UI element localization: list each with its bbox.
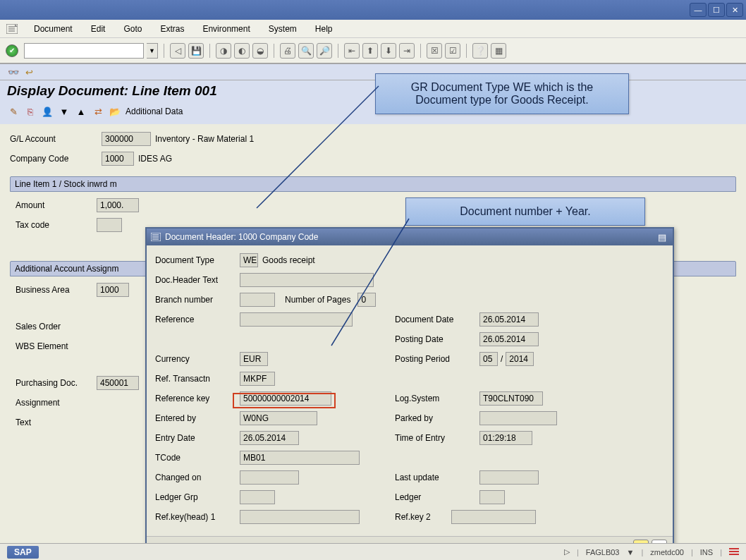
enter-button[interactable]: ✔: [6, 44, 18, 57]
busarea-label: Business Area: [16, 285, 97, 295]
amount-label: Amount: [16, 200, 97, 210]
additional-data-link[interactable]: Additional Data: [126, 106, 183, 116]
status-ins: INS: [700, 548, 713, 556]
changedon-field[interactable]: [240, 470, 299, 485]
pages-label: Number of Pages: [285, 295, 350, 305]
collapse-icon[interactable]: ▼: [58, 105, 71, 118]
lastupdate-field[interactable]: [479, 470, 539, 485]
pages-field[interactable]: 0: [357, 293, 376, 307]
exit-icon[interactable]: ◐: [234, 43, 250, 59]
branch-field[interactable]: [240, 293, 275, 307]
salesorder-label: Sales Order: [16, 322, 97, 331]
logsys-label: Log.System: [395, 394, 479, 403]
company-code-field[interactable]: 1000: [102, 152, 134, 166]
sap-menu-icon[interactable]: [6, 23, 18, 35]
page-header: Display Document: Line Item 001 ✎ ⎘ 👤 ▼ …: [0, 80, 746, 124]
menu-help[interactable]: Help: [307, 22, 341, 36]
wbs-label: WBS Element: [16, 341, 97, 351]
status-tcode: FAGLB03: [586, 548, 620, 556]
prev-page-icon[interactable]: ⬆: [362, 43, 378, 59]
layout-icon[interactable]: ▦: [491, 43, 506, 59]
find-icon[interactable]: 🔍: [298, 43, 314, 59]
additional-data-icon[interactable]: 📂: [109, 105, 121, 118]
save-icon[interactable]: 💾: [188, 43, 204, 59]
entrydate-field[interactable]: 26.05.2014: [240, 431, 299, 445]
menu-goto[interactable]: Goto: [115, 22, 150, 36]
taxcode-field[interactable]: [97, 218, 122, 232]
enteredby-field[interactable]: W0NG: [240, 411, 317, 425]
status-arrow-icon[interactable]: ▷: [564, 547, 570, 556]
command-field[interactable]: [24, 43, 144, 59]
separator: [164, 44, 164, 58]
shortcut-icon[interactable]: ☑: [445, 43, 460, 59]
menu-document[interactable]: Document: [25, 22, 81, 36]
postperiod-y-field[interactable]: 2014: [506, 352, 534, 366]
expand-icon[interactable]: ▲: [75, 105, 87, 118]
app-toolbar: ✔ ▼ ◁ 💾 ◑ ◐ ◒ 🖨 🔍 🔎 ⇤ ⬆ ⬇ ⇥ ☒ ☑ ❔ ▦: [0, 38, 746, 63]
back-icon[interactable]: ◁: [170, 43, 185, 59]
find-next-icon[interactable]: 🔎: [317, 43, 332, 59]
purchdoc-label: Purchasing Doc.: [16, 378, 97, 388]
refkey1-field[interactable]: [240, 510, 360, 524]
dialog-titlebar[interactable]: Document Header: 1000 Company Code ▤: [147, 229, 673, 245]
print-icon[interactable]: 🖨: [280, 43, 295, 59]
refkey2-field[interactable]: [451, 510, 536, 524]
gl-account-field[interactable]: 300000: [102, 132, 151, 146]
logsys-field[interactable]: T90CLNT090: [479, 391, 543, 406]
status-signal-icon: [729, 548, 739, 556]
tcode-field[interactable]: MB01: [240, 451, 360, 465]
copy-icon[interactable]: ⎘: [24, 105, 37, 118]
refkey2-label: Ref.key 2: [395, 512, 451, 522]
cancel-icon[interactable]: ◒: [252, 43, 268, 59]
reftx-field[interactable]: MKPF: [240, 372, 275, 386]
reference-field[interactable]: [240, 312, 353, 327]
entrydate-label: Entry Date: [155, 433, 240, 443]
headertext-label: Doc.Header Text: [155, 275, 240, 285]
branch-label: Branch number: [155, 295, 240, 305]
ledger-field[interactable]: [479, 490, 505, 504]
status-dropdown-icon[interactable]: ▼: [626, 548, 634, 556]
user-icon[interactable]: 👤: [41, 105, 54, 118]
entrytime-field[interactable]: 01:29:18: [479, 431, 532, 445]
next-page-icon[interactable]: ⬇: [381, 43, 396, 59]
new-session-icon[interactable]: ☒: [427, 43, 442, 59]
postdate-field[interactable]: 26.05.2014: [479, 332, 539, 346]
dialog-menu-icon[interactable]: ▤: [656, 231, 668, 243]
amount-field[interactable]: 1,000.: [97, 198, 139, 212]
back2-icon[interactable]: ◑: [216, 43, 231, 59]
tool-icon[interactable]: ✎: [7, 105, 20, 118]
last-page-icon[interactable]: ⇥: [399, 43, 415, 59]
docdate-field[interactable]: 26.05.2014: [479, 312, 539, 327]
parkedby-field[interactable]: [479, 411, 557, 425]
busarea-field[interactable]: 1000: [97, 283, 129, 297]
glasses-icon[interactable]: 👓: [7, 66, 20, 78]
arrow-icon[interactable]: ↩: [23, 66, 35, 78]
menu-extras[interactable]: Extras: [152, 22, 192, 36]
gl-account-desc: Inventory - Raw Material 1: [155, 134, 254, 144]
purchdoc-field[interactable]: 450001: [97, 376, 139, 390]
menu-system[interactable]: System: [260, 22, 305, 36]
slash: /: [501, 354, 503, 364]
refkey-label: Reference key: [155, 394, 240, 403]
maximize-button[interactable]: ☐: [708, 3, 725, 17]
close-button[interactable]: ✕: [726, 3, 743, 17]
hierarchy-icon[interactable]: ⇄: [92, 105, 104, 118]
menu-environment[interactable]: Environment: [194, 22, 258, 36]
postperiod-m-field[interactable]: 05: [479, 352, 498, 366]
enteredby-label: Entered by: [155, 413, 240, 423]
minimize-button[interactable]: —: [690, 3, 707, 17]
currency-field[interactable]: EUR: [240, 352, 268, 366]
menu-edit[interactable]: Edit: [82, 22, 114, 36]
refkey-field[interactable]: 50000000002014: [240, 391, 331, 406]
refkey1-label: Ref.key(head) 1: [155, 512, 240, 522]
headertext-field[interactable]: [240, 273, 374, 287]
lastupdate-label: Last update: [395, 473, 479, 482]
doctype-field[interactable]: WE: [240, 253, 258, 267]
taxcode-label: Tax code: [16, 220, 97, 230]
changedon-label: Changed on: [155, 473, 240, 482]
ledgergrp-field[interactable]: [240, 490, 275, 504]
group-lineitem-header: Line Item 1 / Stock inwrd m: [10, 176, 736, 192]
command-dropdown[interactable]: ▼: [147, 43, 158, 59]
first-page-icon[interactable]: ⇤: [344, 43, 360, 59]
help-icon[interactable]: ❔: [472, 43, 488, 59]
